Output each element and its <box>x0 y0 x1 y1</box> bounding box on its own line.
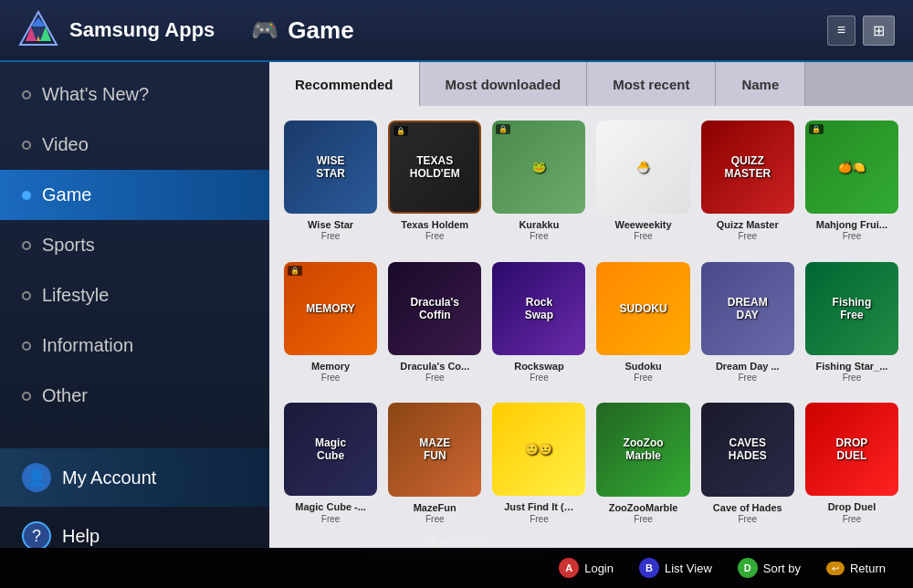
app-thumb-zoozoomarble: ZooZoo Marble <box>596 403 689 496</box>
sidebar-label-whats-new: What's New? <box>42 84 149 105</box>
app-thumb-dream-day: DREAM DAY <box>701 262 794 355</box>
list-view-button[interactable]: ≡ <box>827 16 855 46</box>
sidebar-label-game: Game <box>42 184 91 205</box>
app-item-texas-holdem[interactable]: TEXAS HOLD'EM🔒Texas HoldemFree <box>388 121 481 251</box>
app-thumb-just-find-it: 🙂😐 <box>492 403 585 496</box>
list-view-label: List View <box>665 562 712 575</box>
app-item-quizz-master[interactable]: QUIZZ MASTERQuizz MasterFree <box>701 121 794 251</box>
app-name-draculas-coffin: Dracula's Co... <box>400 361 469 373</box>
sidebar-item-lifestyle[interactable]: Lifestyle <box>0 270 269 320</box>
app-name-drop-duel: Drop Duel <box>828 501 876 513</box>
sidebar-label-help: Help <box>62 526 100 547</box>
btn-a-icon: A <box>559 558 579 578</box>
sidebar-bullet <box>22 241 31 250</box>
app-sub-maze-fun: Free <box>425 514 445 524</box>
app-item-just-find-it[interactable]: 🙂😐Just Find It (…Free <box>492 403 585 533</box>
app-thumb-weeweekity: 🐣 <box>596 121 689 214</box>
sidebar-item-information[interactable]: Information <box>0 320 269 371</box>
app-item-mahjong-fruits[interactable]: 🍊🍋🔒Mahjong Frui...Free <box>805 121 898 251</box>
bottom-bar: A Login B List View D Sort by ↩ Return <box>0 548 913 588</box>
app-sub-drop-duel: Free <box>843 514 862 524</box>
app-sub-kurakku: Free <box>530 231 549 241</box>
sidebar-label-information: Information <box>42 335 133 356</box>
sidebar-item-whats-new[interactable]: What's New? <box>0 69 269 120</box>
app-item-drop-duel[interactable]: DROP DUELDrop DuelFree <box>805 403 898 533</box>
app-thumb-cave-of-hades: CAVES HADES <box>701 403 794 496</box>
app-name-weeweekity: Weeweekity <box>614 219 671 231</box>
app-name-dream-day: Dream Day ... <box>716 361 780 373</box>
app-item-zoozoomarble[interactable]: ZooZoo MarbleZooZooMarbleFree <box>596 403 689 533</box>
app-title: Samsung Apps <box>69 18 215 42</box>
paid-badge-icon: 🔒 <box>288 266 302 276</box>
account-icon: 👤 <box>22 463 51 492</box>
sort-by-label: Sort by <box>763 562 801 575</box>
sort-by-button[interactable]: D Sort by <box>738 558 801 578</box>
tab-most-downloaded[interactable]: Most downloaded <box>420 62 588 106</box>
app-sub-just-find-it: Free <box>530 514 549 524</box>
app-name-sudoku: Sudoku <box>624 361 661 373</box>
section-title-text: Game <box>288 16 353 45</box>
app-thumb-mahjong-fruits: 🍊🍋🔒 <box>805 121 898 214</box>
app-item-kurakku[interactable]: 🐸🔒KurakkuFree <box>492 121 585 251</box>
view-controls: ≡ ⊞ <box>827 16 895 46</box>
app-item-memory[interactable]: MEMORY🔒MemoryFree <box>284 262 377 393</box>
sidebar-bullet <box>22 141 31 150</box>
sidebar-bullet <box>22 90 31 100</box>
app-thumb-rockswap: Rock Swap <box>492 262 585 355</box>
app-item-dream-day[interactable]: DREAM DAYDream Day ...Free <box>701 262 794 393</box>
paid-badge-icon: 🔒 <box>809 124 824 134</box>
app-item-wise-star[interactable]: WISE STARWise StarFree <box>284 121 377 251</box>
app-sub-quizz-master: Free <box>738 231 757 241</box>
return-icon: ↩ <box>826 562 845 575</box>
btn-b-icon: B <box>639 558 659 578</box>
app-item-draculas-coffin[interactable]: Dracula's CoffinDracula's Co...Free <box>388 262 481 393</box>
return-button[interactable]: ↩ Return <box>826 562 886 575</box>
btn-d-icon: D <box>738 558 758 578</box>
tab-most-recent[interactable]: Most recent <box>587 62 716 106</box>
sidebar-item-my-account[interactable]: 👤 My Account <box>0 448 269 507</box>
sidebar-item-help[interactable]: ? Help <box>0 507 269 548</box>
app-name-texas-holdem: Texas Holdem <box>401 219 468 231</box>
app-item-fishing-star[interactable]: Fishing FreeFishing Star_...Free <box>805 262 898 393</box>
app-item-weeweekity[interactable]: 🐣WeeweekityFree <box>596 121 689 251</box>
app-sub-fishing-star: Free <box>843 373 862 383</box>
sidebar-item-game[interactable]: Game <box>0 170 269 220</box>
app-sub-sudoku: Free <box>634 373 653 383</box>
sidebar-item-video[interactable]: Video <box>0 120 269 170</box>
gamepad-icon: 🎮 <box>251 17 278 43</box>
paid-badge-icon: 🔒 <box>496 124 510 134</box>
app-item-magic-cube[interactable]: Magic CubeMagic Cube -...Free <box>284 403 377 533</box>
app-thumb-magic-cube: Magic Cube <box>284 403 377 496</box>
app-name-wise-star: Wise Star <box>308 219 353 231</box>
app-item-sudoku[interactable]: SUDOKUSudokuFree <box>596 262 689 393</box>
samsung-logo: SAMSUNG <box>422 537 492 548</box>
app-sub-draculas-coffin: Free <box>425 373 445 383</box>
app-name-quizz-master: Quizz Master <box>717 219 779 231</box>
app-sub-wise-star: Free <box>321 231 341 241</box>
header: Samsung Apps 🎮 Game ≡ ⊞ <box>0 0 913 62</box>
sidebar-bullet <box>22 392 31 401</box>
list-view-button-bottom[interactable]: B List View <box>639 558 712 578</box>
grid-view-button[interactable]: ⊞ <box>863 16 895 46</box>
main-content: What's New? Video Game Sports Lifestyle … <box>0 62 913 548</box>
tab-recommended[interactable]: Recommended <box>269 62 420 106</box>
app-item-rockswap[interactable]: Rock SwapRockswapFree <box>492 262 585 393</box>
sidebar: What's New? Video Game Sports Lifestyle … <box>0 62 269 548</box>
sidebar-item-other[interactable]: Other <box>0 371 269 421</box>
app-name-memory: Memory <box>311 361 350 373</box>
sidebar-label-my-account: My Account <box>62 467 156 488</box>
app-thumb-wise-star: WISE STAR <box>284 121 377 214</box>
app-sub-texas-holdem: Free <box>425 231 445 241</box>
app-thumb-sudoku: SUDOKU <box>596 262 689 355</box>
sidebar-label-video: Video <box>42 134 89 155</box>
app-thumb-quizz-master: QUIZZ MASTER <box>701 121 794 214</box>
app-thumb-memory: MEMORY🔒 <box>284 262 377 355</box>
samsung-apps-logo-icon <box>18 10 58 50</box>
login-button[interactable]: A Login <box>559 558 614 578</box>
tab-name[interactable]: Name <box>716 62 805 106</box>
app-name-maze-fun: MazeFun <box>414 502 456 514</box>
app-item-cave-of-hades[interactable]: CAVES HADESCave of HadesFree <box>701 403 794 533</box>
app-panel: Recommended Most downloaded Most recent … <box>269 62 913 548</box>
sidebar-item-sports[interactable]: Sports <box>0 220 269 270</box>
app-item-maze-fun[interactable]: MAZE FUNMazeFunFree <box>388 403 481 533</box>
